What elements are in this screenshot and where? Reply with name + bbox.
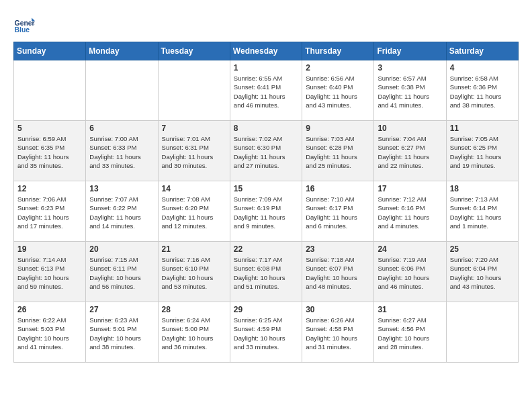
day-number: 6: [89, 124, 154, 133]
calendar-cell: 5Sunrise: 6:59 AM Sunset: 6:35 PM Daylig…: [14, 121, 86, 181]
calendar-cell: 18Sunrise: 7:13 AM Sunset: 6:14 PM Dayli…: [446, 181, 518, 242]
calendar-cell: 23Sunrise: 7:18 AM Sunset: 6:07 PM Dayli…: [302, 242, 374, 302]
logo: General Blue: [13, 13, 38, 35]
day-number: 30: [306, 305, 370, 314]
calendar-cell: 30Sunrise: 6:26 AM Sunset: 4:58 PM Dayli…: [302, 302, 374, 363]
calendar-cell: 13Sunrise: 7:07 AM Sunset: 6:22 PM Dayli…: [86, 181, 158, 242]
day-header-tuesday: Tuesday: [158, 42, 230, 60]
day-number: 19: [17, 244, 82, 254]
calendar-table: SundayMondayTuesdayWednesdayThursdayFrid…: [13, 42, 519, 363]
calendar-week-2: 5Sunrise: 6:59 AM Sunset: 6:35 PM Daylig…: [14, 121, 519, 181]
day-number: 25: [450, 244, 515, 254]
calendar-cell: 16Sunrise: 7:10 AM Sunset: 6:17 PM Dayli…: [302, 181, 374, 242]
calendar-cell: 25Sunrise: 7:20 AM Sunset: 6:04 PM Dayli…: [446, 242, 518, 302]
cell-content: Sunrise: 6:55 AM Sunset: 6:41 PM Dayligh…: [234, 74, 298, 109]
calendar-cell: 10Sunrise: 7:04 AM Sunset: 6:27 PM Dayli…: [374, 121, 446, 181]
day-number: 9: [306, 124, 370, 133]
calendar-cell: 2Sunrise: 6:56 AM Sunset: 6:40 PM Daylig…: [302, 60, 374, 121]
day-number: 8: [234, 124, 298, 133]
day-header-saturday: Saturday: [446, 42, 518, 60]
calendar-cell: [158, 60, 230, 121]
calendar-week-5: 26Sunrise: 6:22 AM Sunset: 5:03 PM Dayli…: [14, 302, 519, 363]
calendar-cell: 4Sunrise: 6:58 AM Sunset: 6:36 PM Daylig…: [446, 60, 518, 121]
day-header-thursday: Thursday: [302, 42, 374, 60]
cell-content: Sunrise: 7:01 AM Sunset: 6:31 PM Dayligh…: [162, 134, 226, 170]
calendar-header: SundayMondayTuesdayWednesdayThursdayFrid…: [14, 42, 519, 60]
day-number: 15: [234, 184, 298, 193]
calendar-cell: 1Sunrise: 6:55 AM Sunset: 6:41 PM Daylig…: [230, 60, 302, 121]
day-number: 26: [17, 305, 82, 314]
page-header: General Blue: [13, 13, 519, 35]
day-number: 22: [234, 244, 298, 254]
cell-content: Sunrise: 7:06 AM Sunset: 6:23 PM Dayligh…: [17, 195, 82, 230]
day-number: 24: [378, 244, 442, 254]
calendar-week-3: 12Sunrise: 7:06 AM Sunset: 6:23 PM Dayli…: [14, 181, 519, 242]
cell-content: Sunrise: 7:20 AM Sunset: 6:04 PM Dayligh…: [450, 255, 515, 291]
cell-content: Sunrise: 7:12 AM Sunset: 6:16 PM Dayligh…: [378, 195, 442, 230]
svg-text:Blue: Blue: [15, 26, 30, 34]
day-number: 5: [17, 124, 82, 133]
calendar-week-1: 1Sunrise: 6:55 AM Sunset: 6:41 PM Daylig…: [14, 60, 519, 121]
calendar-cell: 21Sunrise: 7:16 AM Sunset: 6:10 PM Dayli…: [158, 242, 230, 302]
calendar-cell: 11Sunrise: 7:05 AM Sunset: 6:25 PM Dayli…: [446, 121, 518, 181]
cell-content: Sunrise: 6:27 AM Sunset: 4:56 PM Dayligh…: [378, 316, 442, 351]
day-number: 20: [89, 244, 154, 254]
day-number: 13: [89, 184, 154, 193]
calendar-cell: [446, 302, 518, 363]
cell-content: Sunrise: 7:05 AM Sunset: 6:25 PM Dayligh…: [450, 134, 515, 170]
calendar-cell: 29Sunrise: 6:25 AM Sunset: 4:59 PM Dayli…: [230, 302, 302, 363]
cell-content: Sunrise: 7:08 AM Sunset: 6:20 PM Dayligh…: [162, 195, 226, 230]
cell-content: Sunrise: 7:03 AM Sunset: 6:28 PM Dayligh…: [306, 134, 370, 170]
cell-content: Sunrise: 6:25 AM Sunset: 4:59 PM Dayligh…: [234, 316, 298, 351]
cell-content: Sunrise: 7:09 AM Sunset: 6:19 PM Dayligh…: [234, 195, 298, 230]
day-number: 12: [17, 184, 82, 193]
calendar-cell: 6Sunrise: 7:00 AM Sunset: 6:33 PM Daylig…: [86, 121, 158, 181]
cell-content: Sunrise: 7:18 AM Sunset: 6:07 PM Dayligh…: [306, 255, 370, 291]
calendar-cell: 31Sunrise: 6:27 AM Sunset: 4:56 PM Dayli…: [374, 302, 446, 363]
cell-content: Sunrise: 6:56 AM Sunset: 6:40 PM Dayligh…: [306, 74, 370, 109]
cell-content: Sunrise: 6:23 AM Sunset: 5:01 PM Dayligh…: [89, 316, 154, 351]
calendar-cell: [14, 60, 86, 121]
cell-content: Sunrise: 6:59 AM Sunset: 6:35 PM Dayligh…: [17, 134, 82, 170]
day-number: 1: [234, 63, 298, 73]
cell-content: Sunrise: 7:00 AM Sunset: 6:33 PM Dayligh…: [89, 134, 154, 170]
day-number: 27: [89, 305, 154, 314]
day-number: 16: [306, 184, 370, 193]
calendar-cell: 15Sunrise: 7:09 AM Sunset: 6:19 PM Dayli…: [230, 181, 302, 242]
cell-content: Sunrise: 7:04 AM Sunset: 6:27 PM Dayligh…: [378, 134, 442, 170]
cell-content: Sunrise: 7:02 AM Sunset: 6:30 PM Dayligh…: [234, 134, 298, 170]
calendar-cell: 14Sunrise: 7:08 AM Sunset: 6:20 PM Dayli…: [158, 181, 230, 242]
day-number: 10: [378, 124, 442, 133]
cell-content: Sunrise: 7:07 AM Sunset: 6:22 PM Dayligh…: [89, 195, 154, 230]
cell-content: Sunrise: 7:15 AM Sunset: 6:11 PM Dayligh…: [89, 255, 154, 291]
calendar-cell: 8Sunrise: 7:02 AM Sunset: 6:30 PM Daylig…: [230, 121, 302, 181]
calendar-cell: 24Sunrise: 7:19 AM Sunset: 6:06 PM Dayli…: [374, 242, 446, 302]
calendar-cell: 19Sunrise: 7:14 AM Sunset: 6:13 PM Dayli…: [14, 242, 86, 302]
day-number: 7: [162, 124, 226, 133]
cell-content: Sunrise: 6:58 AM Sunset: 6:36 PM Dayligh…: [450, 74, 515, 109]
calendar-cell: 17Sunrise: 7:12 AM Sunset: 6:16 PM Dayli…: [374, 181, 446, 242]
calendar-cell: 12Sunrise: 7:06 AM Sunset: 6:23 PM Dayli…: [14, 181, 86, 242]
cell-content: Sunrise: 6:24 AM Sunset: 5:00 PM Dayligh…: [162, 316, 226, 351]
day-number: 17: [378, 184, 442, 193]
day-header-wednesday: Wednesday: [230, 42, 302, 60]
calendar-week-4: 19Sunrise: 7:14 AM Sunset: 6:13 PM Dayli…: [14, 242, 519, 302]
cell-content: Sunrise: 7:13 AM Sunset: 6:14 PM Dayligh…: [450, 195, 515, 230]
cell-content: Sunrise: 7:14 AM Sunset: 6:13 PM Dayligh…: [17, 255, 82, 291]
day-number: 21: [162, 244, 226, 254]
day-number: 11: [450, 124, 515, 133]
day-number: 23: [306, 244, 370, 254]
day-number: 29: [234, 305, 298, 314]
calendar-cell: 9Sunrise: 7:03 AM Sunset: 6:28 PM Daylig…: [302, 121, 374, 181]
calendar-cell: 28Sunrise: 6:24 AM Sunset: 5:00 PM Dayli…: [158, 302, 230, 363]
calendar-cell: 3Sunrise: 6:57 AM Sunset: 6:38 PM Daylig…: [374, 60, 446, 121]
calendar-cell: [86, 60, 158, 121]
cell-content: Sunrise: 6:57 AM Sunset: 6:38 PM Dayligh…: [378, 74, 442, 109]
calendar-cell: 7Sunrise: 7:01 AM Sunset: 6:31 PM Daylig…: [158, 121, 230, 181]
day-number: 2: [306, 63, 370, 73]
day-number: 31: [378, 305, 442, 314]
day-header-sunday: Sunday: [14, 42, 86, 60]
calendar-cell: 26Sunrise: 6:22 AM Sunset: 5:03 PM Dayli…: [14, 302, 86, 363]
day-header-friday: Friday: [374, 42, 446, 60]
cell-content: Sunrise: 7:17 AM Sunset: 6:08 PM Dayligh…: [234, 255, 298, 291]
